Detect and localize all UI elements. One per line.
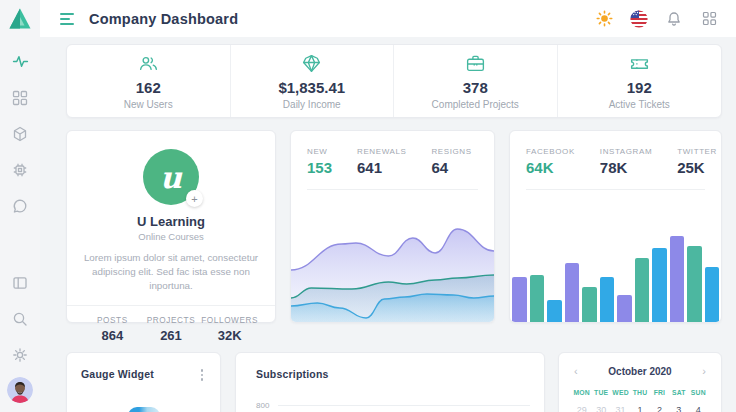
bar[interactable] (687, 246, 702, 322)
metric-new: NEW 153 (307, 147, 332, 176)
bar[interactable] (635, 258, 650, 322)
profile-name: U Learning (83, 214, 259, 229)
calendar-day-label: WED (611, 389, 630, 396)
y-axis-tick: 800 (256, 401, 269, 410)
sidebar-item-system[interactable] (12, 161, 29, 178)
calendar-prev-icon[interactable]: ‹ (572, 366, 580, 377)
sidebar-item-products[interactable] (12, 125, 29, 142)
stat-value: 192 (627, 79, 652, 96)
more-options-icon[interactable] (198, 368, 207, 382)
bar[interactable] (547, 300, 562, 322)
bar[interactable] (600, 277, 615, 322)
bar[interactable] (565, 263, 580, 322)
pstat-value: 261 (142, 328, 201, 343)
profile-stat-followers: FOLLOWERS 32K (200, 316, 259, 343)
calendar-dates: 2930311234 (572, 405, 708, 412)
metric-label: INSTAGRAM (600, 147, 652, 156)
calendar-day-label: SAT (669, 389, 688, 396)
stat-new-users[interactable]: 162 New Users (67, 45, 231, 117)
bar[interactable] (530, 275, 545, 322)
sidebar-item-activity[interactable] (12, 53, 29, 70)
header-actions (595, 10, 718, 28)
dashboard-screen: Company Dashboard (0, 0, 736, 412)
calendar-date[interactable]: 4 (689, 405, 708, 412)
calendar-day-label: MON (572, 389, 591, 396)
calendar-date[interactable]: 3 (669, 405, 688, 412)
sidebar-item-layout[interactable] (12, 274, 29, 291)
gauge-widget-card: Gauge Widget (66, 352, 221, 412)
bar-chart[interactable] (510, 210, 721, 322)
pstat-label: PROJECTS (142, 316, 201, 325)
profile-stats: POSTS 864 PROJECTS 261 FOLLOWERS 32K (83, 316, 259, 343)
app-logo-icon[interactable] (8, 7, 32, 34)
diamond-icon (301, 53, 322, 74)
stat-value: 162 (136, 79, 161, 96)
profile-stat-posts: POSTS 864 (83, 316, 142, 343)
profile-avatar: u + (143, 149, 199, 205)
theme-sun-icon[interactable] (595, 10, 613, 28)
members-metrics: NEW 153 RENEWALS 641 RESIGNS 64 (291, 131, 494, 176)
apps-grid-icon[interactable] (700, 10, 718, 28)
stat-value: $1,835.41 (278, 79, 345, 96)
subscriptions-card: Subscriptions 800 (235, 352, 545, 412)
social-followers-card: FACEBOOK 64K INSTAGRAM 78K TWITTER 25K (509, 130, 722, 323)
bar[interactable] (617, 295, 632, 322)
calendar-date[interactable]: 29 (572, 405, 591, 412)
metric-value: 78K (600, 159, 652, 176)
subscriptions-title: Subscriptions (256, 368, 524, 380)
calendar-date[interactable]: 2 (650, 405, 669, 412)
stat-label: Daily Income (283, 99, 341, 110)
area-chart[interactable] (291, 220, 494, 322)
pstat-value: 864 (83, 328, 142, 343)
calendar-date[interactable]: 30 (591, 405, 610, 412)
calendar-day-label: THU (630, 389, 649, 396)
pstat-value: 32K (200, 328, 259, 343)
metric-twitter: TWITTER 25K (677, 147, 717, 176)
sidebar-item-dashboard[interactable] (12, 89, 29, 106)
stat-label: Active Tickets (609, 99, 670, 110)
menu-toggle-icon[interactable] (60, 13, 74, 25)
y-axis-row: 800 (256, 401, 530, 410)
bar[interactable] (512, 277, 527, 322)
page-title: Company Dashboard (89, 11, 238, 27)
social-metrics: FACEBOOK 64K INSTAGRAM 78K TWITTER 25K (510, 131, 721, 176)
metric-label: RESIGNS (431, 147, 471, 156)
notifications-bell-icon[interactable] (665, 10, 683, 28)
metric-value: 25K (677, 159, 717, 176)
calendar-next-icon[interactable]: › (700, 366, 708, 377)
bar[interactable] (582, 287, 597, 322)
bar[interactable] (670, 236, 685, 322)
calendar-date[interactable]: 1 (630, 405, 649, 412)
language-us-flag-icon[interactable] (630, 10, 648, 28)
profile-stat-projects: PROJECTS 261 (142, 316, 201, 343)
divider (526, 189, 705, 190)
pstat-label: POSTS (83, 316, 142, 325)
bar[interactable] (705, 267, 720, 322)
stat-active-tickets[interactable]: 192 Active Tickets (558, 45, 722, 117)
add-follow-button[interactable]: + (186, 190, 203, 207)
bar[interactable] (652, 248, 667, 322)
briefcase-icon (465, 53, 486, 74)
metric-value: 64 (431, 159, 471, 176)
ticket-icon (629, 53, 650, 74)
divider (67, 305, 275, 306)
divider (307, 189, 478, 190)
calendar-date[interactable]: 31 (611, 405, 630, 412)
sidebar-item-messages[interactable] (12, 197, 29, 214)
stat-value: 378 (463, 79, 488, 96)
members-trend-card: NEW 153 RENEWALS 641 RESIGNS 64 (290, 130, 495, 323)
metric-value: 641 (357, 159, 406, 176)
sidebar-item-settings[interactable] (12, 346, 29, 363)
calendar-day-label: SUN (689, 389, 708, 396)
gridline (278, 405, 530, 406)
metric-instagram: INSTAGRAM 78K (600, 147, 652, 176)
sidebar-item-search[interactable] (12, 310, 29, 327)
calendar-day-label: FRI (650, 389, 669, 396)
stat-label: New Users (124, 99, 173, 110)
profile-description: Lorem ipsum dolor sit amet, consectetur … (83, 251, 259, 294)
stat-completed-projects[interactable]: 378 Completed Projects (394, 45, 558, 117)
user-avatar[interactable] (7, 377, 33, 403)
profile-subtitle: Online Courses (83, 231, 259, 242)
stat-daily-income[interactable]: $1,835.41 Daily Income (231, 45, 395, 117)
metric-facebook: FACEBOOK 64K (526, 147, 575, 176)
